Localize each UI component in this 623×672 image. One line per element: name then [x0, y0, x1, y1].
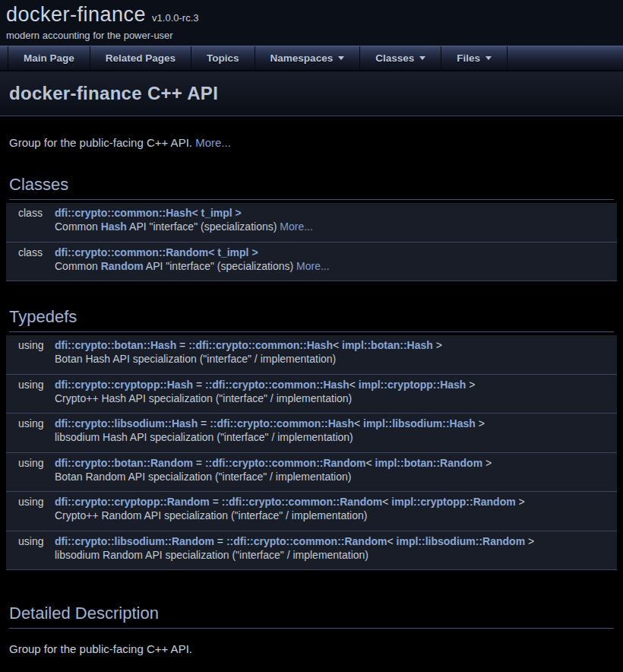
- class-short-link[interactable]: Hash: [101, 220, 127, 233]
- table-row: using dfi::crypto::botan::Hash = ::dfi::…: [6, 335, 617, 352]
- typedef-name-link[interactable]: dfi::crypto::botan::Random: [55, 457, 193, 469]
- table-row: Botan Hash API specialization ("interfac…: [6, 352, 617, 370]
- classes-table: class dfi::crypto::common::Hash< t_impl …: [6, 203, 617, 281]
- member-description: Common Random API "interface" (specializ…: [55, 259, 617, 277]
- common-type-link[interactable]: ::dfi::crypto::common::Hash: [205, 379, 349, 391]
- page-title: docker-finance C++ API: [9, 83, 614, 104]
- typedef-name-link[interactable]: dfi::crypto::libsodium::Random: [55, 535, 214, 547]
- title-area: docker-finance v1.0.0-rc.3 modern accoun…: [0, 0, 623, 46]
- member-keyword: using: [6, 374, 55, 391]
- table-row: Botan Random API specialization ("interf…: [6, 470, 617, 488]
- chevron-down-icon: [338, 56, 344, 60]
- classes-heading: Classes: [9, 175, 614, 200]
- table-row: libsodium Random API specialization ("in…: [6, 548, 617, 566]
- member-description: Common Hash API "interface" (specializat…: [55, 220, 617, 238]
- table-row: using dfi::crypto::cryptopp::Hash = ::df…: [6, 374, 617, 391]
- table-row: using dfi::crypto::libsodium::Hash = ::d…: [6, 414, 617, 431]
- member-description: libsodium Hash API specialization ("inte…: [55, 430, 617, 449]
- member-description: Crypto++ Random API specialization ("int…: [55, 509, 617, 527]
- tab-classes[interactable]: Classes: [359, 46, 441, 70]
- member-keyword: class: [6, 203, 55, 220]
- tab-namespaces[interactable]: Namespaces: [255, 46, 360, 70]
- more-link[interactable]: More...: [296, 260, 330, 272]
- chevron-down-icon: [485, 56, 492, 60]
- common-type-link[interactable]: ::dfi::crypto::common::Hash: [188, 339, 333, 351]
- typedefs-table: using dfi::crypto::botan::Hash = ::dfi::…: [6, 335, 617, 570]
- tab-files[interactable]: Files: [441, 46, 508, 70]
- main-nav: Main Page Related Pages Topics Namespace…: [0, 46, 623, 71]
- tab-topics[interactable]: Topics: [191, 46, 255, 70]
- member-keyword: class: [6, 242, 55, 259]
- impl-type-link[interactable]: impl::botan::Hash: [342, 339, 433, 351]
- member-keyword: using: [6, 531, 55, 548]
- member-description: Botan Hash API specialization ("interfac…: [55, 352, 617, 370]
- page-header: docker-finance C++ API: [0, 71, 623, 116]
- typedef-name-link[interactable]: dfi::crypto::botan::Hash: [55, 339, 176, 351]
- member-description: libsodium Random API specialization ("in…: [55, 548, 617, 566]
- class-name-link[interactable]: dfi::crypto::common::Random< t_impl >: [55, 246, 258, 258]
- typedef-name-link[interactable]: dfi::crypto::cryptopp::Hash: [55, 379, 193, 391]
- common-type-link[interactable]: ::dfi::crypto::common::Random: [226, 535, 387, 547]
- more-link[interactable]: More...: [195, 136, 231, 149]
- member-keyword: using: [6, 335, 55, 352]
- member-keyword: using: [6, 452, 55, 470]
- project-version: v1.0.0-rc.3: [152, 12, 198, 24]
- detailed-description-heading: Detailed Description: [9, 604, 614, 629]
- tab-related-pages[interactable]: Related Pages: [90, 46, 191, 70]
- tab-main-page[interactable]: Main Page: [8, 46, 90, 70]
- impl-type-link[interactable]: impl::libsodium::Random: [397, 535, 526, 547]
- table-row: Common Random API "interface" (specializ…: [6, 259, 617, 277]
- row-separator: [6, 277, 617, 281]
- table-row: using dfi::crypto::cryptopp::Random = ::…: [6, 492, 617, 509]
- table-row: class dfi::crypto::common::Random< t_imp…: [6, 242, 617, 259]
- common-type-link[interactable]: ::dfi::crypto::common::Random: [205, 457, 366, 469]
- table-row: Crypto++ Hash API specialization ("inter…: [6, 391, 617, 410]
- project-brief: modern accounting for the power-user: [6, 30, 614, 41]
- more-link[interactable]: More...: [280, 220, 313, 233]
- class-name-link[interactable]: dfi::crypto::common::Hash< t_impl >: [55, 207, 242, 219]
- table-row: libsodium Hash API specialization ("inte…: [6, 430, 617, 449]
- intro-text: Group for the public-facing C++ API. Mor…: [9, 136, 614, 149]
- chevron-down-icon: [419, 56, 425, 60]
- impl-type-link[interactable]: impl::cryptopp::Random: [391, 496, 515, 508]
- detailed-description-text: Group for the public-facing C++ API.: [9, 642, 614, 655]
- impl-type-link[interactable]: impl::libsodium::Hash: [363, 417, 476, 430]
- table-row: using dfi::crypto::libsodium::Random = :…: [6, 531, 617, 548]
- common-type-link[interactable]: ::dfi::crypto::common::Hash: [210, 417, 354, 430]
- common-type-link[interactable]: ::dfi::crypto::common::Random: [222, 496, 383, 508]
- project-name: docker-finance: [6, 3, 146, 27]
- typedef-name-link[interactable]: dfi::crypto::cryptopp::Random: [55, 496, 210, 508]
- typedefs-heading: Typedefs: [9, 307, 614, 332]
- class-short-link[interactable]: Random: [101, 260, 144, 272]
- member-keyword: using: [6, 414, 55, 431]
- member-keyword: using: [6, 492, 55, 509]
- member-description: Botan Random API specialization ("interf…: [55, 470, 617, 488]
- typedef-name-link[interactable]: dfi::crypto::libsodium::Hash: [55, 417, 198, 430]
- table-row: Crypto++ Random API specialization ("int…: [6, 509, 617, 527]
- member-description: Crypto++ Hash API specialization ("inter…: [55, 391, 617, 410]
- contents: Group for the public-facing C++ API. Mor…: [0, 136, 623, 672]
- table-row: Common Hash API "interface" (specializat…: [6, 220, 617, 238]
- table-row: class dfi::crypto::common::Hash< t_impl …: [6, 203, 617, 220]
- impl-type-link[interactable]: impl::botan::Random: [375, 457, 483, 469]
- row-separator: [6, 566, 617, 570]
- impl-type-link[interactable]: impl::cryptopp::Hash: [359, 379, 466, 391]
- table-row: using dfi::crypto::botan::Random = ::dfi…: [6, 452, 617, 470]
